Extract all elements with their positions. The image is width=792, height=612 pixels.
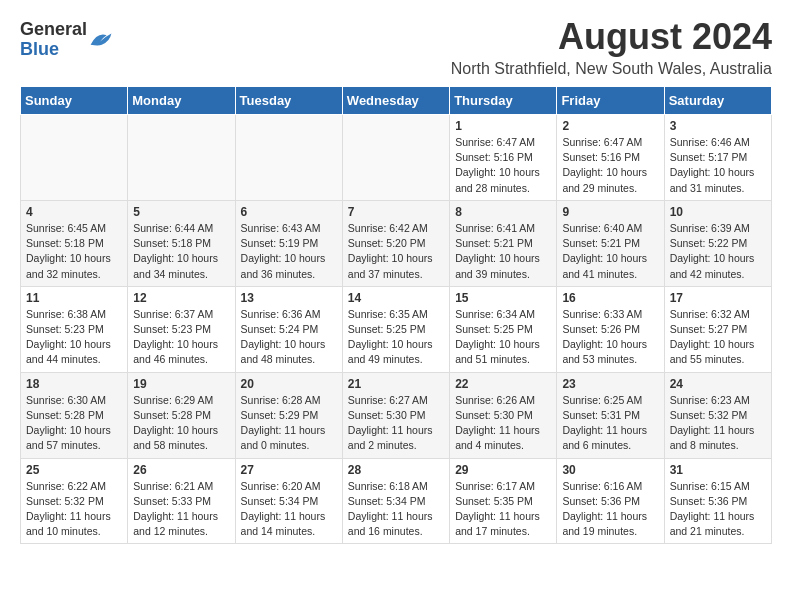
day-number: 30 xyxy=(562,463,658,477)
page-header: General Blue August 2024 North Strathfie… xyxy=(20,16,772,78)
day-number: 21 xyxy=(348,377,444,391)
calendar-week-row: 4Sunrise: 6:45 AM Sunset: 5:18 PM Daylig… xyxy=(21,200,772,286)
day-number: 1 xyxy=(455,119,551,133)
weekday-header-tuesday: Tuesday xyxy=(235,87,342,115)
day-number: 14 xyxy=(348,291,444,305)
month-title: August 2024 xyxy=(451,16,772,58)
calendar-cell: 19Sunrise: 6:29 AM Sunset: 5:28 PM Dayli… xyxy=(128,372,235,458)
cell-content: Sunrise: 6:39 AM Sunset: 5:22 PM Dayligh… xyxy=(670,221,766,282)
calendar-cell: 17Sunrise: 6:32 AM Sunset: 5:27 PM Dayli… xyxy=(664,286,771,372)
cell-content: Sunrise: 6:47 AM Sunset: 5:16 PM Dayligh… xyxy=(455,135,551,196)
calendar-cell xyxy=(128,115,235,201)
day-number: 17 xyxy=(670,291,766,305)
calendar-cell: 11Sunrise: 6:38 AM Sunset: 5:23 PM Dayli… xyxy=(21,286,128,372)
day-number: 10 xyxy=(670,205,766,219)
day-number: 26 xyxy=(133,463,229,477)
day-number: 7 xyxy=(348,205,444,219)
calendar-cell: 1Sunrise: 6:47 AM Sunset: 5:16 PM Daylig… xyxy=(450,115,557,201)
weekday-header-friday: Friday xyxy=(557,87,664,115)
weekday-header-row: SundayMondayTuesdayWednesdayThursdayFrid… xyxy=(21,87,772,115)
calendar-cell: 30Sunrise: 6:16 AM Sunset: 5:36 PM Dayli… xyxy=(557,458,664,544)
cell-content: Sunrise: 6:29 AM Sunset: 5:28 PM Dayligh… xyxy=(133,393,229,454)
calendar-cell: 28Sunrise: 6:18 AM Sunset: 5:34 PM Dayli… xyxy=(342,458,449,544)
day-number: 23 xyxy=(562,377,658,391)
day-number: 5 xyxy=(133,205,229,219)
calendar-cell: 7Sunrise: 6:42 AM Sunset: 5:20 PM Daylig… xyxy=(342,200,449,286)
calendar-cell: 24Sunrise: 6:23 AM Sunset: 5:32 PM Dayli… xyxy=(664,372,771,458)
calendar-cell: 12Sunrise: 6:37 AM Sunset: 5:23 PM Dayli… xyxy=(128,286,235,372)
cell-content: Sunrise: 6:32 AM Sunset: 5:27 PM Dayligh… xyxy=(670,307,766,368)
logo-bird-icon xyxy=(89,30,113,50)
calendar-week-row: 1Sunrise: 6:47 AM Sunset: 5:16 PM Daylig… xyxy=(21,115,772,201)
day-number: 18 xyxy=(26,377,122,391)
day-number: 28 xyxy=(348,463,444,477)
cell-content: Sunrise: 6:36 AM Sunset: 5:24 PM Dayligh… xyxy=(241,307,337,368)
cell-content: Sunrise: 6:20 AM Sunset: 5:34 PM Dayligh… xyxy=(241,479,337,540)
calendar-cell: 22Sunrise: 6:26 AM Sunset: 5:30 PM Dayli… xyxy=(450,372,557,458)
cell-content: Sunrise: 6:25 AM Sunset: 5:31 PM Dayligh… xyxy=(562,393,658,454)
calendar-cell: 16Sunrise: 6:33 AM Sunset: 5:26 PM Dayli… xyxy=(557,286,664,372)
calendar-cell xyxy=(21,115,128,201)
day-number: 4 xyxy=(26,205,122,219)
calendar-cell: 5Sunrise: 6:44 AM Sunset: 5:18 PM Daylig… xyxy=(128,200,235,286)
cell-content: Sunrise: 6:28 AM Sunset: 5:29 PM Dayligh… xyxy=(241,393,337,454)
day-number: 20 xyxy=(241,377,337,391)
cell-content: Sunrise: 6:45 AM Sunset: 5:18 PM Dayligh… xyxy=(26,221,122,282)
calendar-cell: 8Sunrise: 6:41 AM Sunset: 5:21 PM Daylig… xyxy=(450,200,557,286)
calendar-cell: 2Sunrise: 6:47 AM Sunset: 5:16 PM Daylig… xyxy=(557,115,664,201)
weekday-header-wednesday: Wednesday xyxy=(342,87,449,115)
calendar-cell: 4Sunrise: 6:45 AM Sunset: 5:18 PM Daylig… xyxy=(21,200,128,286)
calendar-cell xyxy=(342,115,449,201)
cell-content: Sunrise: 6:22 AM Sunset: 5:32 PM Dayligh… xyxy=(26,479,122,540)
day-number: 8 xyxy=(455,205,551,219)
day-number: 13 xyxy=(241,291,337,305)
cell-content: Sunrise: 6:40 AM Sunset: 5:21 PM Dayligh… xyxy=(562,221,658,282)
weekday-header-saturday: Saturday xyxy=(664,87,771,115)
day-number: 2 xyxy=(562,119,658,133)
day-number: 19 xyxy=(133,377,229,391)
cell-content: Sunrise: 6:27 AM Sunset: 5:30 PM Dayligh… xyxy=(348,393,444,454)
cell-content: Sunrise: 6:21 AM Sunset: 5:33 PM Dayligh… xyxy=(133,479,229,540)
cell-content: Sunrise: 6:46 AM Sunset: 5:17 PM Dayligh… xyxy=(670,135,766,196)
cell-content: Sunrise: 6:41 AM Sunset: 5:21 PM Dayligh… xyxy=(455,221,551,282)
calendar-cell: 9Sunrise: 6:40 AM Sunset: 5:21 PM Daylig… xyxy=(557,200,664,286)
day-number: 15 xyxy=(455,291,551,305)
day-number: 27 xyxy=(241,463,337,477)
calendar-week-row: 18Sunrise: 6:30 AM Sunset: 5:28 PM Dayli… xyxy=(21,372,772,458)
cell-content: Sunrise: 6:16 AM Sunset: 5:36 PM Dayligh… xyxy=(562,479,658,540)
weekday-header-monday: Monday xyxy=(128,87,235,115)
day-number: 31 xyxy=(670,463,766,477)
title-block: August 2024 North Strathfield, New South… xyxy=(451,16,772,78)
day-number: 25 xyxy=(26,463,122,477)
weekday-header-thursday: Thursday xyxy=(450,87,557,115)
calendar-cell: 13Sunrise: 6:36 AM Sunset: 5:24 PM Dayli… xyxy=(235,286,342,372)
calendar-table: SundayMondayTuesdayWednesdayThursdayFrid… xyxy=(20,86,772,544)
day-number: 11 xyxy=(26,291,122,305)
day-number: 3 xyxy=(670,119,766,133)
day-number: 16 xyxy=(562,291,658,305)
calendar-cell: 14Sunrise: 6:35 AM Sunset: 5:25 PM Dayli… xyxy=(342,286,449,372)
day-number: 6 xyxy=(241,205,337,219)
day-number: 9 xyxy=(562,205,658,219)
cell-content: Sunrise: 6:33 AM Sunset: 5:26 PM Dayligh… xyxy=(562,307,658,368)
calendar-cell: 21Sunrise: 6:27 AM Sunset: 5:30 PM Dayli… xyxy=(342,372,449,458)
calendar-cell: 31Sunrise: 6:15 AM Sunset: 5:36 PM Dayli… xyxy=(664,458,771,544)
day-number: 24 xyxy=(670,377,766,391)
calendar-cell: 18Sunrise: 6:30 AM Sunset: 5:28 PM Dayli… xyxy=(21,372,128,458)
day-number: 29 xyxy=(455,463,551,477)
day-number: 22 xyxy=(455,377,551,391)
cell-content: Sunrise: 6:15 AM Sunset: 5:36 PM Dayligh… xyxy=(670,479,766,540)
cell-content: Sunrise: 6:44 AM Sunset: 5:18 PM Dayligh… xyxy=(133,221,229,282)
cell-content: Sunrise: 6:30 AM Sunset: 5:28 PM Dayligh… xyxy=(26,393,122,454)
logo: General Blue xyxy=(20,20,113,60)
cell-content: Sunrise: 6:35 AM Sunset: 5:25 PM Dayligh… xyxy=(348,307,444,368)
calendar-cell: 26Sunrise: 6:21 AM Sunset: 5:33 PM Dayli… xyxy=(128,458,235,544)
cell-content: Sunrise: 6:47 AM Sunset: 5:16 PM Dayligh… xyxy=(562,135,658,196)
cell-content: Sunrise: 6:42 AM Sunset: 5:20 PM Dayligh… xyxy=(348,221,444,282)
calendar-cell xyxy=(235,115,342,201)
cell-content: Sunrise: 6:23 AM Sunset: 5:32 PM Dayligh… xyxy=(670,393,766,454)
cell-content: Sunrise: 6:18 AM Sunset: 5:34 PM Dayligh… xyxy=(348,479,444,540)
calendar-week-row: 25Sunrise: 6:22 AM Sunset: 5:32 PM Dayli… xyxy=(21,458,772,544)
calendar-cell: 23Sunrise: 6:25 AM Sunset: 5:31 PM Dayli… xyxy=(557,372,664,458)
day-number: 12 xyxy=(133,291,229,305)
